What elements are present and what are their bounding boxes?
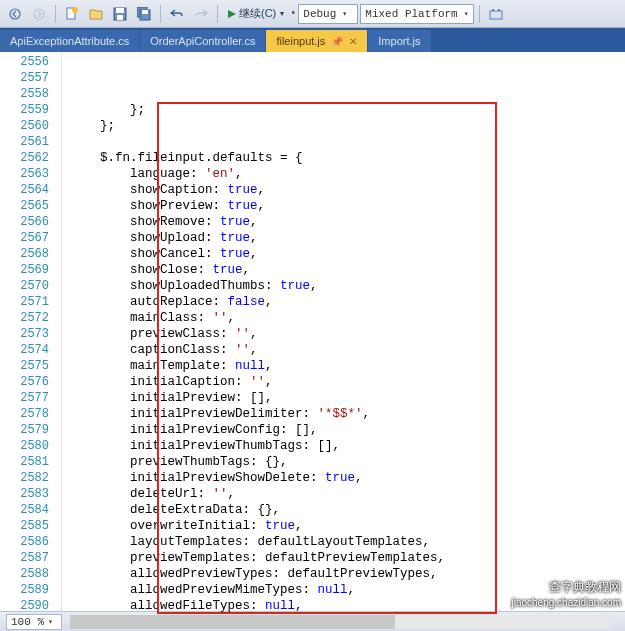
platform-dropdown[interactable]: Mixed Platform (360, 4, 473, 24)
tab-bar: ApiExceptionAttribute.csOrderApiControll… (0, 28, 625, 52)
tab-apiexceptionattribute-cs[interactable]: ApiExceptionAttribute.cs (0, 30, 139, 52)
svg-rect-11 (492, 9, 494, 11)
save-button[interactable] (109, 4, 131, 24)
line-number: 2572 (0, 310, 49, 326)
code-line[interactable]: captionClass: '', (70, 342, 625, 358)
line-number: 2577 (0, 390, 49, 406)
code-line[interactable]: initialPreviewThumbTags: [], (70, 438, 625, 454)
close-icon[interactable]: ✕ (349, 36, 357, 47)
toolbar-separator (217, 5, 218, 23)
zoom-dropdown[interactable]: 100 % ▾ (6, 614, 62, 630)
line-number: 2582 (0, 470, 49, 486)
horizontal-scrollbar[interactable] (70, 615, 611, 629)
code-line[interactable]: showRemove: true, (70, 214, 625, 230)
line-number: 2556 (0, 54, 49, 70)
code-line[interactable] (70, 134, 625, 150)
code-line[interactable]: mainClass: '', (70, 310, 625, 326)
line-number: 2590 (0, 598, 49, 614)
nav-forward-button[interactable] (28, 4, 50, 24)
line-number: 2579 (0, 422, 49, 438)
code-area[interactable]: }; }; $.fn.fileinput.defaults = { langua… (62, 52, 625, 611)
continue-button[interactable]: 继续(C) (223, 6, 288, 21)
line-number: 2558 (0, 86, 49, 102)
toolbar-separator (160, 5, 161, 23)
code-line[interactable]: initialCaption: '', (70, 374, 625, 390)
code-line[interactable]: layoutTemplates: defaultLayoutTemplates, (70, 534, 625, 550)
line-number: 2578 (0, 406, 49, 422)
line-number: 2576 (0, 374, 49, 390)
code-line[interactable]: mainTemplate: null, (70, 358, 625, 374)
code-line[interactable]: allowedFileTypes: null, (70, 598, 625, 614)
code-line[interactable]: showCaption: true, (70, 182, 625, 198)
line-number: 2568 (0, 246, 49, 262)
svg-rect-5 (116, 8, 124, 13)
code-line[interactable]: allowedPreviewMimeTypes: null, (70, 582, 625, 598)
code-line[interactable]: previewClass: '', (70, 326, 625, 342)
tab-orderapicontroller-cs[interactable]: OrderApiController.cs (140, 30, 265, 52)
pin-icon[interactable]: 📌 (331, 36, 343, 47)
code-line[interactable]: autoReplace: false, (70, 294, 625, 310)
code-line[interactable]: previewTemplates: defaultPreviewTemplate… (70, 550, 625, 566)
line-number: 2569 (0, 262, 49, 278)
zoom-value: 100 % (11, 616, 44, 628)
tab-import-js[interactable]: Import.js (368, 30, 430, 52)
line-number: 2585 (0, 518, 49, 534)
line-number: 2589 (0, 582, 49, 598)
tab-fileinput-js[interactable]: fileinput.js📌✕ (266, 30, 367, 52)
line-number: 2581 (0, 454, 49, 470)
line-number: 2561 (0, 134, 49, 150)
line-number: 2565 (0, 198, 49, 214)
code-line[interactable]: initialPreview: [], (70, 390, 625, 406)
svg-point-1 (34, 9, 44, 19)
code-line[interactable]: overwriteInitial: true, (70, 518, 625, 534)
code-line[interactable]: showUploadedThumbs: true, (70, 278, 625, 294)
code-line[interactable]: deleteExtraData: {}, (70, 502, 625, 518)
line-number: 2573 (0, 326, 49, 342)
code-line[interactable]: initialPreviewDelimiter: '*$$*', (70, 406, 625, 422)
code-line[interactable]: }; (70, 102, 625, 118)
code-line[interactable]: showPreview: true, (70, 198, 625, 214)
toolbar-separator (479, 5, 480, 23)
svg-rect-12 (498, 9, 500, 11)
line-number: 2580 (0, 438, 49, 454)
line-number: 2583 (0, 486, 49, 502)
undo-button[interactable] (166, 4, 188, 24)
code-line[interactable]: initialPreviewShowDelete: true, (70, 470, 625, 486)
svg-rect-9 (142, 10, 148, 14)
line-number: 2575 (0, 358, 49, 374)
code-line[interactable]: $.fn.fileinput.defaults = { (70, 150, 625, 166)
config-dropdown[interactable]: Debug (298, 4, 358, 24)
code-line[interactable]: showUpload: true, (70, 230, 625, 246)
scrollbar-thumb[interactable] (70, 615, 395, 629)
svg-rect-6 (117, 15, 123, 20)
nav-back-button[interactable] (4, 4, 26, 24)
line-number: 2567 (0, 230, 49, 246)
redo-button[interactable] (190, 4, 212, 24)
svg-point-3 (72, 7, 78, 13)
svg-rect-10 (490, 11, 502, 19)
svg-point-0 (10, 9, 20, 19)
line-number: 2571 (0, 294, 49, 310)
line-number: 2557 (0, 70, 49, 86)
code-line[interactable]: allowedPreviewTypes: defaultPreviewTypes… (70, 566, 625, 582)
save-all-button[interactable] (133, 4, 155, 24)
tab-label: ApiExceptionAttribute.cs (10, 35, 129, 47)
extras-button[interactable] (485, 4, 507, 24)
config-value: Debug (303, 8, 336, 20)
code-line[interactable]: previewThumbTags: {}, (70, 454, 625, 470)
line-number: 2559 (0, 102, 49, 118)
code-line[interactable]: }; (70, 118, 625, 134)
line-number: 2584 (0, 502, 49, 518)
code-line[interactable]: language: 'en', (70, 166, 625, 182)
toolbar-separator (55, 5, 56, 23)
platform-value: Mixed Platform (365, 8, 457, 20)
new-file-button[interactable] (61, 4, 83, 24)
open-file-button[interactable] (85, 4, 107, 24)
line-number: 2588 (0, 566, 49, 582)
code-line[interactable]: showClose: true, (70, 262, 625, 278)
code-line[interactable]: initialPreviewConfig: [], (70, 422, 625, 438)
code-line[interactable]: showCancel: true, (70, 246, 625, 262)
toolbar: 继续(C) • Debug Mixed Platform (0, 0, 625, 28)
code-line[interactable]: deleteUrl: '', (70, 486, 625, 502)
line-gutter: 2556255725582559256025612562256325642565… (0, 52, 62, 611)
